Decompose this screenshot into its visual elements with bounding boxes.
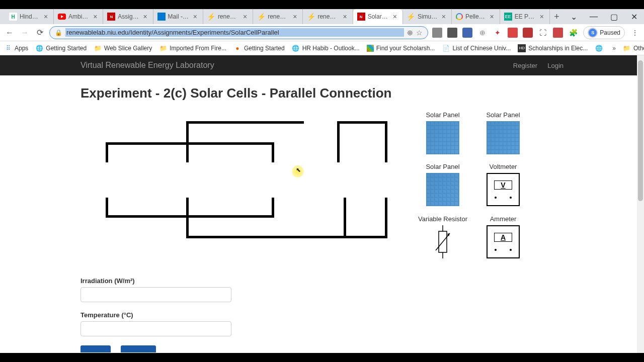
extensions-menu-icon[interactable]: 🧩 [568, 28, 578, 38]
meter-symbol: V [494, 180, 512, 190]
solar-panel-icon[interactable] [426, 173, 459, 206]
bookmark-label: Getting Started [244, 45, 285, 52]
new-tab-button[interactable]: + [550, 9, 564, 24]
bookmark-getting-started[interactable]: 🌐 Getting Started [35, 44, 87, 52]
tab-title: renewab [268, 13, 289, 20]
circuit-canvas[interactable]: ⬉ [80, 111, 403, 262]
page-heading: Experiment - 2(c) Solar Cells - Parallel… [80, 85, 564, 101]
palette-solar-panel-1[interactable]: Solar Panel [418, 111, 468, 158]
extension-icon-4[interactable]: ⊕ [477, 28, 488, 38]
palette-label: Variable Resistor [418, 215, 468, 223]
tab-solar-cell[interactable]: N Solar Ce × [353, 9, 403, 24]
solar-panel-icon[interactable] [487, 121, 520, 154]
bookmark-scholarship[interactable]: 📄 List of Chinese Univ... [442, 44, 511, 52]
tab-mail[interactable]: Mail - HF × [153, 9, 203, 24]
extension-icon-1[interactable] [432, 28, 442, 38]
page-content: Virtual Renewable Energy Laboratory Regi… [0, 55, 644, 353]
scrollbar[interactable] [637, 55, 644, 353]
temperature-label: Temperature (°C) [80, 311, 564, 319]
extension-icon-5[interactable]: ✦ [493, 28, 503, 38]
close-icon[interactable]: × [538, 13, 545, 20]
apps-label: Apps [15, 45, 28, 52]
extension-icon-6[interactable] [508, 28, 518, 38]
tab-assignments[interactable]: N Assignm × [103, 9, 153, 24]
bookmark-scholarships-elec[interactable]: 🌐 [595, 44, 605, 52]
reload-button[interactable]: ⟳ [34, 27, 45, 38]
tab-pellets[interactable]: Pellets - × [452, 9, 500, 24]
tab-renewable-3[interactable]: ⚡ renewab × [303, 9, 353, 24]
variable-resistor-icon[interactable] [433, 225, 453, 258]
palette-solar-panel-2[interactable]: Solar Panel [478, 111, 528, 158]
close-icon[interactable]: × [92, 13, 99, 20]
close-icon[interactable]: × [440, 13, 447, 20]
palette-voltmeter[interactable]: Voltmeter V [478, 163, 528, 210]
site-title[interactable]: Virtual Renewable Energy Laboratory [80, 61, 214, 70]
palette-solar-panel-3[interactable]: Solar Panel [418, 163, 468, 210]
profile-paused-button[interactable]: S Paused [583, 26, 625, 39]
other-bookmarks-label: Other bookmarks [633, 45, 644, 52]
tab-eepower[interactable]: EE EE Powe × [500, 9, 550, 24]
folder-icon: 📁 [623, 44, 631, 52]
tab-title: Mail - HF [168, 13, 189, 20]
extension-icon-7[interactable] [523, 28, 533, 38]
menu-icon[interactable]: ⋮ [630, 28, 640, 38]
maximize-button[interactable]: ▢ [604, 9, 624, 24]
extension-icon-8[interactable]: ⛶ [538, 28, 548, 38]
close-icon[interactable]: × [242, 13, 249, 20]
close-icon[interactable]: × [142, 13, 149, 20]
palette-variable-resistor[interactable]: Variable Resistor [418, 215, 468, 262]
tab-renewable-2[interactable]: ⚡ renewab × [253, 9, 303, 24]
folder-icon: 📁 [94, 44, 102, 52]
bookmark-outlook[interactable]: 🌐 HR Habib - Outlook... [292, 44, 360, 52]
back-button[interactable]: ← [4, 27, 15, 38]
close-icon[interactable]: × [391, 13, 398, 20]
apps-button[interactable]: ⠿ Apps [4, 44, 28, 52]
tab-hindawi[interactable]: H Hindawi × [5, 9, 54, 24]
login-link[interactable]: Login [547, 62, 564, 69]
bookmarks-overflow-icon[interactable]: » [612, 45, 616, 52]
favicon-bolt: ⚡ [407, 13, 415, 21]
bookmark-ms[interactable]: Find your Scholarsh... [367, 45, 435, 52]
minimize-button[interactable]: — [584, 9, 604, 24]
page-icon: 📄 [442, 44, 450, 52]
chevron-down-icon[interactable]: ⌄ [564, 9, 584, 24]
action-button-1[interactable] [80, 345, 111, 352]
extension-icon-9[interactable] [553, 28, 563, 38]
irradiation-input[interactable] [80, 287, 231, 302]
voltmeter-icon[interactable]: V [487, 173, 520, 206]
bookmark-chinese[interactable]: HD Scholarships in Elec... [518, 44, 588, 52]
close-icon[interactable]: × [291, 13, 298, 20]
star-icon[interactable]: ☆ [416, 29, 423, 37]
favicon-niu: N [357, 13, 365, 21]
tab-ambient[interactable]: Ambient × [54, 9, 103, 24]
forward-button[interactable]: → [19, 27, 30, 38]
extension-icon-3[interactable] [462, 28, 472, 38]
bookmark-label: HR Habib - Outlook... [302, 45, 360, 52]
scroll-thumb[interactable] [638, 60, 643, 201]
close-icon[interactable]: × [192, 13, 199, 20]
close-icon[interactable]: × [342, 13, 349, 20]
close-window-button[interactable]: ✕ [624, 9, 644, 24]
palette-ammeter[interactable]: Ammeter A [478, 215, 528, 262]
irradiation-label: Irradiation (W/m²) [80, 277, 564, 285]
register-link[interactable]: Register [513, 62, 537, 69]
tab-title: Assignm [118, 13, 139, 20]
bookmark-web-slice[interactable]: 📁 Web Slice Gallery [94, 44, 152, 52]
browser-tab-strip: H Hindawi × Ambient × N Assignm × Mail -… [0, 9, 644, 24]
solar-panel-icon[interactable] [426, 121, 459, 154]
address-bar[interactable]: 🔒 renewablelab.niu.edu/Identity/Assignme… [49, 26, 428, 39]
action-button-2[interactable] [121, 345, 156, 352]
close-icon[interactable]: × [42, 13, 49, 20]
close-icon[interactable]: × [489, 13, 496, 20]
tab-renewable-1[interactable]: ⚡ renewab × [203, 9, 253, 24]
extension-icon-2[interactable] [447, 28, 457, 38]
other-bookmarks[interactable]: 📁 Other bookmarks [623, 44, 644, 52]
tab-simulation[interactable]: ⚡ Simulati × [403, 9, 452, 24]
install-icon[interactable]: ⊕ [407, 29, 413, 37]
temperature-input[interactable] [80, 321, 231, 336]
bookmark-getting-started-2[interactable]: ● Getting Started [233, 44, 285, 52]
bookmarks-bar: ⠿ Apps 🌐 Getting Started 📁 Web Slice Gal… [0, 41, 644, 55]
ammeter-icon[interactable]: A [487, 225, 520, 258]
svg-line-3 [436, 233, 450, 250]
bookmark-imported[interactable]: 📁 Imported From Fire... [159, 44, 226, 52]
